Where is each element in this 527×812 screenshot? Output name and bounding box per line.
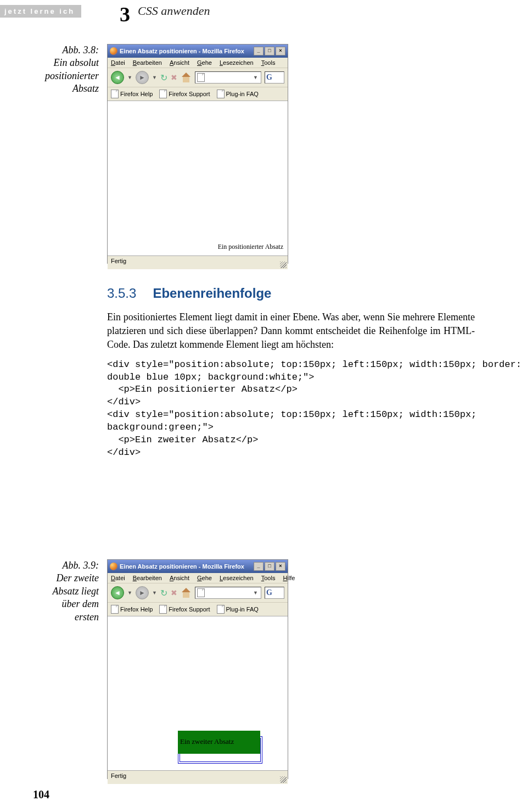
back-button[interactable]: ◄	[111, 71, 124, 84]
firefox-icon	[110, 563, 117, 570]
reload-button[interactable]: ↻	[160, 73, 167, 83]
bookmark-icon	[111, 605, 119, 614]
page-header: jetzt lerne ich 3 CSS anwenden	[0, 3, 210, 19]
close-button[interactable]: ×	[276, 562, 285, 571]
menu-gehe[interactable]: Gehe	[197, 575, 212, 581]
resize-grip-icon[interactable]	[280, 776, 287, 783]
bookmark-plugin-faq[interactable]: Plug-in FAQ	[217, 605, 259, 614]
green-absatz-box: Ein zweiter Absatz	[178, 731, 260, 754]
browser-viewport: Ein positionierter Absatz	[108, 101, 288, 255]
menu-ansicht[interactable]: Ansicht	[170, 59, 189, 66]
google-icon: G	[266, 588, 272, 597]
window-title: Einen Absatz positionieren - Mozilla Fir…	[120, 48, 244, 54]
menu-bar: Datei Bearbeiten Ansicht Gehe Lesezeiche…	[108, 573, 288, 583]
figure-caption-2: Abb. 3.9: Der zweite Absatz liegt über d…	[16, 559, 99, 624]
maximize-button[interactable]: □	[265, 47, 274, 55]
series-label: jetzt lerne ich	[0, 5, 81, 18]
forward-dropdown[interactable]: ▼	[152, 75, 157, 80]
window-buttons: _ □ ×	[254, 562, 285, 571]
bookmark-firefox-help[interactable]: Firefox Help	[111, 90, 153, 98]
bookmark-icon	[111, 90, 119, 98]
bookmark-firefox-support[interactable]: Firefox Support	[159, 605, 210, 614]
bookmark-icon	[159, 90, 167, 98]
bookmark-firefox-help[interactable]: Firefox Help	[111, 605, 153, 614]
firefox-icon	[110, 47, 117, 55]
menu-hilfe[interactable]: Hilfe	[283, 575, 295, 581]
forward-button[interactable]: ►	[136, 586, 149, 599]
menu-datei[interactable]: Datei	[111, 575, 125, 581]
bookmark-icon	[159, 605, 167, 614]
page-icon	[197, 73, 205, 82]
google-icon: G	[266, 73, 272, 82]
toolbar: ◄ ▼ ► ▼ ↻ ✖ ▼ G	[108, 583, 288, 603]
firefox-window-1: Einen Absatz positionieren - Mozilla Fir…	[107, 44, 288, 264]
bookmark-plugin-faq[interactable]: Plug-in FAQ	[217, 90, 259, 98]
positioned-paragraph: Ein positionierter Absatz	[218, 243, 283, 251]
menu-ansicht[interactable]: Ansicht	[170, 575, 189, 581]
page-number: 104	[33, 788, 49, 801]
browser-viewport: z Ein zweiter Absatz	[108, 616, 288, 770]
window-buttons: _ □ ×	[254, 47, 285, 55]
url-dropdown-icon[interactable]: ▼	[252, 590, 259, 596]
window-title: Einen Absatz positionieren - Mozilla Fir…	[120, 563, 244, 570]
bookmark-icon	[217, 90, 225, 98]
menu-gehe[interactable]: Gehe	[197, 59, 212, 66]
paragraph-text: Ein positioniertes Element liegt damit i…	[107, 310, 475, 352]
bookmarks-bar: Firefox Help Firefox Support Plug-in FAQ	[108, 603, 288, 616]
search-box[interactable]: G	[265, 587, 284, 599]
status-text: Fertig	[111, 772, 126, 779]
status-bar: Fertig	[108, 255, 288, 269]
body-text: Ein positioniertes Element liegt damit i…	[107, 310, 475, 459]
home-button[interactable]	[181, 588, 192, 598]
stop-button[interactable]: ✖	[171, 73, 177, 82]
url-bar[interactable]: ▼	[195, 587, 261, 599]
forward-dropdown[interactable]: ▼	[152, 590, 157, 596]
back-dropdown[interactable]: ▼	[127, 590, 132, 596]
status-text: Fertig	[111, 258, 126, 264]
url-dropdown-icon[interactable]: ▼	[252, 75, 259, 80]
menu-bar: Datei Bearbeiten Ansicht Gehe Lesezeiche…	[108, 58, 288, 68]
status-bar: Fertig	[108, 770, 288, 784]
bookmark-firefox-support[interactable]: Firefox Support	[159, 90, 210, 98]
menu-tools[interactable]: Tools	[261, 59, 276, 66]
home-button[interactable]	[181, 73, 192, 82]
menu-lesezeichen[interactable]: Lesezeichen	[220, 575, 254, 581]
resize-grip-icon[interactable]	[280, 262, 287, 268]
forward-button[interactable]: ►	[136, 71, 149, 84]
back-button[interactable]: ◄	[111, 586, 124, 599]
menu-datei[interactable]: Datei	[111, 59, 125, 66]
code-listing: <div style="position:absolute; top:150px…	[107, 359, 475, 460]
section-title: Ebenenreihenfolge	[153, 286, 271, 301]
menu-bearbeiten[interactable]: Bearbeiten	[133, 59, 162, 66]
menu-bearbeiten[interactable]: Bearbeiten	[133, 575, 162, 581]
window-titlebar: Einen Absatz positionieren - Mozilla Fir…	[108, 45, 288, 58]
page-icon	[197, 588, 205, 597]
menu-tools[interactable]: Tools	[261, 575, 276, 581]
toolbar: ◄ ▼ ► ▼ ↻ ✖ ▼ G	[108, 68, 288, 87]
reload-button[interactable]: ↻	[160, 588, 167, 598]
bookmarks-bar: Firefox Help Firefox Support Plug-in FAQ	[108, 87, 288, 101]
firefox-window-2: Einen Absatz positionieren - Mozilla Fir…	[107, 559, 288, 779]
menu-lesezeichen[interactable]: Lesezeichen	[220, 59, 254, 66]
close-button[interactable]: ×	[276, 47, 285, 55]
chapter-title: CSS anwenden	[138, 4, 210, 18]
minimize-button[interactable]: _	[254, 47, 264, 55]
figure-caption-1: Abb. 3.8: Ein absolut positionierter Abs…	[16, 44, 99, 96]
section-number: 3.5.3	[107, 286, 136, 301]
search-box[interactable]: G	[265, 71, 284, 84]
bookmark-icon	[217, 605, 225, 614]
url-bar[interactable]: ▼	[195, 71, 261, 84]
back-dropdown[interactable]: ▼	[127, 75, 132, 80]
minimize-button[interactable]: _	[254, 562, 264, 571]
section-heading: 3.5.3Ebenenreihenfolge	[107, 286, 271, 301]
maximize-button[interactable]: □	[265, 562, 274, 571]
window-titlebar: Einen Absatz positionieren - Mozilla Fir…	[108, 560, 288, 573]
stop-button[interactable]: ✖	[171, 588, 177, 597]
chapter-number: 3	[120, 4, 130, 25]
